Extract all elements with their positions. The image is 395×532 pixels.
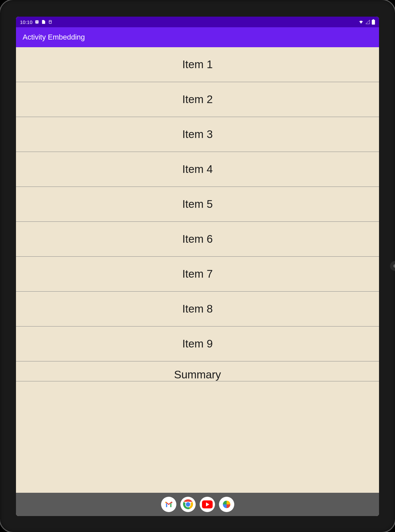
status-bar-left: 10:10 A xyxy=(20,19,53,25)
signal-icon xyxy=(365,20,370,24)
youtube-icon[interactable] xyxy=(200,497,215,512)
file-icon xyxy=(41,20,46,24)
list-item[interactable]: Item 9 xyxy=(16,327,379,361)
svg-rect-4 xyxy=(373,19,374,20)
list-item[interactable]: Item 5 xyxy=(16,187,379,222)
gmail-icon[interactable] xyxy=(161,497,176,512)
list-item-label: Item 7 xyxy=(182,268,213,280)
status-bar-right xyxy=(358,19,375,25)
list-item[interactable]: Item 1 xyxy=(16,47,379,82)
list-item-label: Summary xyxy=(174,368,221,381)
tablet-frame: 10:10 A xyxy=(0,0,395,532)
svg-rect-3 xyxy=(372,20,375,25)
battery-icon xyxy=(372,19,375,25)
list-item-label: Item 4 xyxy=(182,163,213,176)
list-item-label: Item 3 xyxy=(182,128,213,141)
tablet-camera xyxy=(390,261,395,271)
list-item[interactable]: Item 3 xyxy=(16,117,379,152)
list-item-label: Item 9 xyxy=(182,337,213,350)
list-item-label: Item 5 xyxy=(182,198,213,210)
svg-rect-2 xyxy=(49,20,51,23)
status-bar: 10:10 A xyxy=(16,17,379,27)
list-item[interactable]: Item 2 xyxy=(16,82,379,117)
list-item[interactable]: Item 7 xyxy=(16,257,379,292)
app-title: Activity Embedding xyxy=(23,33,85,42)
debug-icon xyxy=(48,20,53,24)
list-item[interactable]: Summary xyxy=(16,361,379,381)
svg-text:A: A xyxy=(36,21,38,23)
list-item-label: Item 2 xyxy=(182,93,213,106)
svg-point-7 xyxy=(186,502,190,506)
list-item[interactable]: Item 8 xyxy=(16,292,379,327)
app-bar: Activity Embedding xyxy=(16,27,379,47)
list-container[interactable]: Item 1 Item 2 Item 3 Item 4 Item 5 Item … xyxy=(16,47,379,493)
list-item-label: Item 6 xyxy=(182,233,213,245)
wifi-icon xyxy=(358,20,364,24)
notification-icon: A xyxy=(35,20,39,24)
list-item-label: Item 8 xyxy=(182,303,213,315)
list-item-label: Item 1 xyxy=(182,58,213,71)
photos-icon[interactable] xyxy=(219,497,234,512)
list-item[interactable]: Item 4 xyxy=(16,152,379,187)
screen: 10:10 A xyxy=(16,17,379,516)
list-item[interactable]: Item 6 xyxy=(16,222,379,257)
navigation-bar xyxy=(16,493,379,516)
status-time: 10:10 xyxy=(20,19,33,25)
chrome-icon[interactable] xyxy=(180,497,196,512)
